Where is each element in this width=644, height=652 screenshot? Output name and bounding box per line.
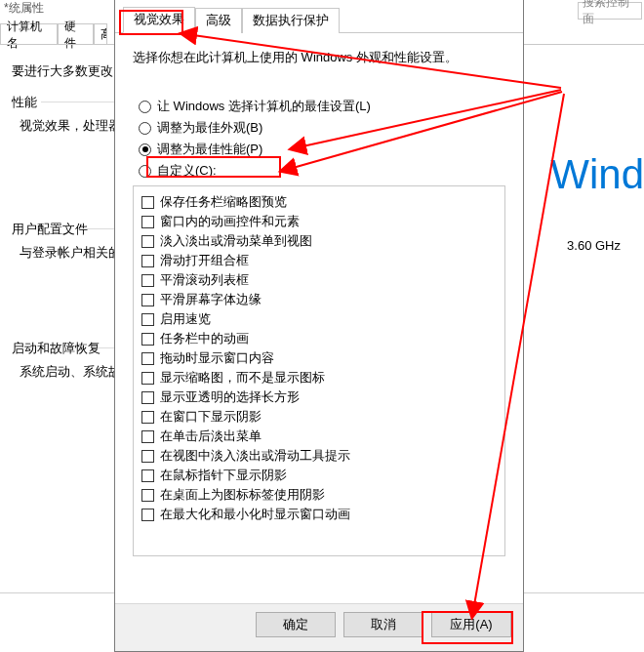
dialog-description: 选择你想在此计算机上使用的 Windows 外观和性能设置。 — [133, 49, 505, 66]
option-row[interactable]: 在桌面上为图标标签使用阴影 — [140, 485, 499, 505]
radio-best-appearance[interactable]: 调整为最佳外观(B) — [133, 119, 505, 137]
radio-label: 调整为最佳性能(P) — [157, 141, 262, 158]
option-row[interactable]: 显示缩略图，而不是显示图标 — [140, 368, 499, 387]
option-row[interactable]: 显示亚透明的选择长方形 — [140, 387, 499, 407]
option-label: 在窗口下显示阴影 — [160, 408, 262, 426]
option-label: 保存任务栏缩略图预览 — [160, 193, 287, 211]
apply-button[interactable]: 应用(A) — [431, 612, 511, 637]
radio-icon — [139, 165, 151, 178]
performance-options-dialog: 视觉效果 高级 数据执行保护 选择你想在此计算机上使用的 Windows 外观和… — [114, 0, 524, 652]
radio-icon — [139, 101, 151, 113]
radio-label: 让 Windows 选择计算机的最佳设置(L) — [157, 98, 371, 115]
option-row[interactable]: 平滑屏幕字体边缘 — [140, 290, 499, 309]
checkbox-icon — [141, 411, 154, 424]
checkbox-icon — [141, 196, 154, 209]
dialog-tabs: 视觉效果 高级 数据执行保护 — [115, 0, 523, 33]
checkbox-icon — [141, 489, 154, 502]
checkbox-icon — [141, 509, 154, 521]
tab-computer-name[interactable]: 计算机名 — [0, 23, 58, 45]
perf-desc: 视觉效果，处理器 — [20, 117, 121, 135]
option-label: 拖动时显示窗口内容 — [160, 349, 274, 367]
option-row[interactable]: 滑动打开组合框 — [140, 251, 499, 270]
radio-icon — [139, 122, 151, 135]
option-label: 任务栏中的动画 — [160, 330, 249, 347]
group-performance-label: 性能 — [12, 94, 37, 111]
option-label: 显示缩略图，而不是显示图标 — [160, 369, 325, 387]
windows-brand: Wind — [550, 151, 644, 198]
bg-admin-note: 要进行大多数更改 — [12, 62, 113, 80]
radio-label: 调整为最佳外观(B) — [157, 119, 262, 137]
option-row[interactable]: 在窗口下显示阴影 — [140, 407, 499, 427]
search-placeholder: 搜索控制面 — [583, 0, 637, 27]
checkbox-icon — [141, 450, 154, 463]
option-label: 滑动打开组合框 — [160, 252, 249, 269]
checkbox-icon — [141, 352, 154, 365]
option-label: 显示亚透明的选择长方形 — [160, 388, 300, 406]
tab-dep[interactable]: 数据执行保护 — [242, 8, 340, 33]
tab-advanced-cut[interactable]: 高 — [94, 23, 107, 45]
option-row[interactable]: 淡入淡出或滑动菜单到视图 — [140, 231, 499, 251]
radio-let-windows[interactable]: 让 Windows 选择计算机的最佳设置(L) — [133, 98, 505, 115]
options-list[interactable]: 保存任务栏缩略图预览窗口内的动画控件和元素淡入淡出或滑动菜单到视图滑动打开组合框… — [133, 185, 505, 556]
cancel-button[interactable]: 取消 — [343, 612, 423, 637]
divider — [41, 102, 117, 102]
option-label: 在鼠标指针下显示阴影 — [160, 467, 287, 484]
checkbox-icon — [141, 372, 154, 385]
ok-button[interactable]: 确定 — [256, 612, 336, 637]
dialog-button-bar: 确定 取消 应用(A) — [115, 603, 523, 651]
radio-icon — [139, 143, 151, 156]
option-row[interactable]: 在鼠标指针下显示阴影 — [140, 466, 499, 485]
userprofile-desc: 与登录帐户相关的 — [20, 244, 121, 262]
radio-custom[interactable]: 自定义(C): — [133, 162, 505, 180]
option-row[interactable]: 任务栏中的动画 — [140, 329, 499, 348]
dialog-body: 选择你想在此计算机上使用的 Windows 外观和性能设置。 让 Windows… — [115, 33, 523, 603]
tab-advanced[interactable]: 高级 — [195, 8, 242, 33]
option-row[interactable]: 平滑滚动列表框 — [140, 270, 499, 290]
checkbox-icon — [141, 391, 154, 404]
option-label: 启用速览 — [160, 310, 211, 328]
option-row[interactable]: 拖动时显示窗口内容 — [140, 348, 499, 368]
tab-visual-effects[interactable]: 视觉效果 — [123, 7, 195, 33]
option-label: 在桌面上为图标标签使用阴影 — [160, 486, 325, 504]
radio-best-performance[interactable]: 调整为最佳性能(P) — [133, 141, 505, 158]
option-label: 在单击后淡出菜单 — [160, 428, 262, 445]
group-userprofile-label: 用户配置文件 — [12, 221, 88, 238]
option-label: 平滑屏幕字体边缘 — [160, 291, 262, 308]
checkbox-icon — [141, 235, 154, 248]
radio-label: 自定义(C): — [157, 162, 217, 180]
checkbox-icon — [141, 216, 154, 228]
option-row[interactable]: 在最大化和最小化时显示窗口动画 — [140, 505, 499, 524]
checkbox-icon — [141, 294, 154, 306]
cpu-freq: 3.60 GHz — [567, 238, 621, 253]
tab-hardware[interactable]: 硬件 — [58, 23, 94, 45]
checkbox-icon — [141, 313, 154, 326]
option-row[interactable]: 启用速览 — [140, 309, 499, 329]
option-row[interactable]: 在单击后淡出菜单 — [140, 427, 499, 446]
startup-desc: 系统启动、系统故 — [20, 363, 121, 381]
option-row[interactable]: 在视图中淡入淡出或滑动工具提示 — [140, 446, 499, 466]
divider — [80, 228, 117, 229]
option-row[interactable]: 窗口内的动画控件和元素 — [140, 212, 499, 231]
option-row[interactable]: 保存任务栏缩略图预览 — [140, 192, 499, 212]
search-input[interactable]: 搜索控制面 — [578, 2, 642, 20]
group-startup-label: 启动和故障恢复 — [12, 340, 101, 357]
option-label: 淡入淡出或滑动菜单到视图 — [160, 232, 312, 250]
option-label: 在视图中淡入淡出或滑动工具提示 — [160, 447, 350, 465]
checkbox-icon — [141, 469, 154, 482]
bg-tabs: 计算机名 硬件 高 — [0, 23, 107, 45]
option-label: 窗口内的动画控件和元素 — [160, 213, 300, 230]
checkbox-icon — [141, 430, 154, 443]
checkbox-icon — [141, 274, 154, 287]
checkbox-icon — [141, 255, 154, 267]
option-label: 在最大化和最小化时显示窗口动画 — [160, 506, 350, 523]
checkbox-icon — [141, 333, 154, 346]
option-label: 平滑滚动列表框 — [160, 271, 249, 289]
